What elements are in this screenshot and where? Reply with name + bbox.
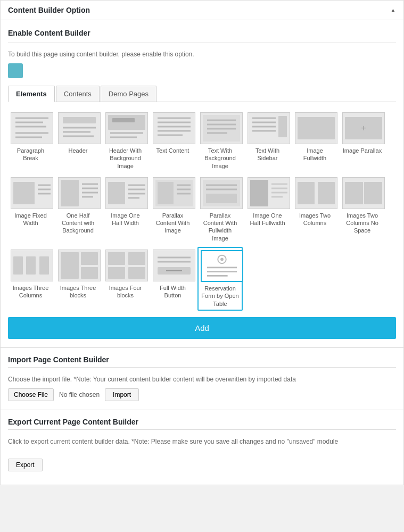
panel-body: Enable Content Builder To build this pag… <box>1 20 403 347</box>
svg-rect-27 <box>278 116 287 137</box>
export-button[interactable]: Export <box>8 459 43 471</box>
export-title: Export Current Page Content Builder <box>8 418 396 426</box>
svg-rect-54 <box>250 180 268 206</box>
element-label-image-half-full: Image One Half Fullwidth <box>248 212 287 227</box>
tab-contents[interactable]: Contents <box>56 86 100 102</box>
svg-rect-71 <box>108 267 125 279</box>
export-desc: Click to export current content builder … <box>8 438 396 445</box>
svg-rect-63 <box>13 256 23 275</box>
tab-demo-pages[interactable]: Demo Pages <box>101 86 156 102</box>
element-label-text-sidebar: Text With Sidebar <box>248 147 287 162</box>
svg-rect-70 <box>128 252 145 265</box>
svg-rect-53 <box>206 194 237 203</box>
enable-title: Enable Content Builder <box>8 29 396 37</box>
element-label-text-content: Text Content <box>153 147 193 154</box>
element-image-fullwidth[interactable]: Image Fullwidth <box>292 110 337 172</box>
enable-desc: To build this page using content builder… <box>8 51 396 58</box>
element-paragraph-break[interactable]: Paragraph Break <box>8 110 53 172</box>
element-label-images-three-blocks: Images Three blocks <box>58 284 98 300</box>
element-label-parallax-image: Parallax Content With Image <box>153 212 193 235</box>
element-label-header-bg: Header With Background Image <box>105 147 145 170</box>
tab-elements[interactable]: Elements <box>8 86 55 102</box>
element-label-header: Header <box>58 147 98 154</box>
add-button[interactable]: Add <box>8 317 396 339</box>
enable-divider <box>8 43 396 43</box>
export-section: Export Current Page Content Builder Clic… <box>1 410 403 485</box>
element-label-image-fixed: Image Fixed Width <box>11 212 51 227</box>
element-parallax-fullwidth[interactable]: Parallax Content With Fullwidth Image <box>197 174 243 245</box>
svg-rect-46 <box>158 182 174 204</box>
element-image-half-full[interactable]: Image One Half Fullwidth <box>245 174 290 245</box>
enable-toggle[interactable] <box>8 63 23 78</box>
element-label-images-four-blocks: Images Four blocks <box>105 284 145 300</box>
svg-rect-66 <box>61 252 79 279</box>
elements-grid: Paragraph Break Header <box>8 110 396 311</box>
svg-rect-67 <box>81 252 98 265</box>
choose-file-button[interactable]: Choose File <box>8 388 54 401</box>
svg-rect-64 <box>26 256 36 275</box>
enable-section: Enable Content Builder To build this pag… <box>8 29 396 78</box>
element-text-content[interactable]: Text Content <box>150 110 195 172</box>
element-image-fixed[interactable]: Image Fixed Width <box>8 174 53 245</box>
element-label-image-half: Image One Half Width <box>105 212 145 227</box>
tabs-container: Elements Contents Demo Pages <box>8 86 396 102</box>
svg-point-78 <box>220 258 224 261</box>
element-label-images-two-no-space: Images Two Columns No Space <box>342 212 382 235</box>
element-label-text-bg: Text With Background Image <box>200 147 240 170</box>
element-images-four-blocks[interactable]: Images Four blocks <box>103 247 148 311</box>
element-reservation-form[interactable]: Reservation Form by Open Table <box>197 247 243 311</box>
svg-rect-10 <box>112 118 135 122</box>
collapse-icon[interactable]: ▲ <box>390 7 396 13</box>
svg-rect-69 <box>108 252 125 265</box>
svg-text:+: + <box>361 123 366 132</box>
element-image-parallax[interactable]: + Image Parallax <box>340 110 385 172</box>
svg-rect-35 <box>61 180 79 206</box>
svg-rect-59 <box>298 182 315 204</box>
import-desc: Choose the import file. *Note: Your curr… <box>8 376 396 383</box>
element-one-half-bg[interactable]: One Half Content with Background <box>55 174 101 245</box>
import-button[interactable]: Import <box>105 388 139 401</box>
element-label-image-parallax: Image Parallax <box>342 147 382 154</box>
svg-rect-61 <box>345 182 363 204</box>
svg-rect-31 <box>13 182 35 204</box>
element-label-images-two-cols: Images Two Columns <box>295 212 335 227</box>
element-header[interactable]: Header <box>55 110 101 172</box>
element-label-full-width-button: Full Width Button <box>153 284 193 300</box>
element-images-three-blocks[interactable]: Images Three blocks <box>55 247 101 311</box>
element-text-bg[interactable]: Text With Background Image <box>197 110 243 172</box>
element-label-images-three-cols: Images Three Columns <box>11 284 51 300</box>
svg-rect-5 <box>63 117 96 123</box>
element-label-image-fullwidth: Image Fullwidth <box>295 147 335 162</box>
element-header-bg[interactable]: Header With Background Image <box>103 110 148 172</box>
export-divider <box>8 429 396 430</box>
element-label-one-half-bg: One Half Content with Background <box>58 212 98 235</box>
element-full-width-button[interactable]: Full Width Button <box>150 247 195 311</box>
element-images-three-cols[interactable]: Images Three Columns <box>8 247 53 311</box>
element-label-paragraph-break: Paragraph Break <box>11 147 51 162</box>
svg-rect-65 <box>39 256 49 275</box>
element-text-sidebar[interactable]: Text With Sidebar <box>245 110 290 172</box>
panel-header: Content Builder Option ▲ <box>1 1 403 20</box>
import-divider <box>8 367 396 368</box>
element-label-reservation-form: Reservation Form by Open Table <box>201 285 240 307</box>
element-parallax-image[interactable]: Parallax Content With Image <box>150 174 195 245</box>
svg-rect-28 <box>298 117 335 139</box>
svg-rect-40 <box>108 182 125 204</box>
import-row: Choose File No file chosen Import <box>8 388 396 401</box>
import-section: Import Page Content Builder Choose the i… <box>1 347 403 410</box>
svg-rect-68 <box>81 267 98 279</box>
svg-rect-62 <box>364 182 382 204</box>
svg-rect-72 <box>128 267 145 279</box>
element-images-two-cols[interactable]: Images Two Columns <box>292 174 337 245</box>
content-builder-panel: Content Builder Option ▲ Enable Content … <box>0 0 404 485</box>
element-image-half[interactable]: Image One Half Width <box>103 174 148 245</box>
element-label-parallax-fullwidth: Parallax Content With Fullwidth Image <box>200 212 240 242</box>
svg-rect-60 <box>318 182 335 204</box>
import-title: Import Page Content Builder <box>8 355 396 364</box>
no-file-label: No file chosen <box>59 391 100 398</box>
panel-title: Content Builder Option <box>8 6 90 14</box>
element-images-two-no-space[interactable]: Images Two Columns No Space <box>340 174 385 245</box>
